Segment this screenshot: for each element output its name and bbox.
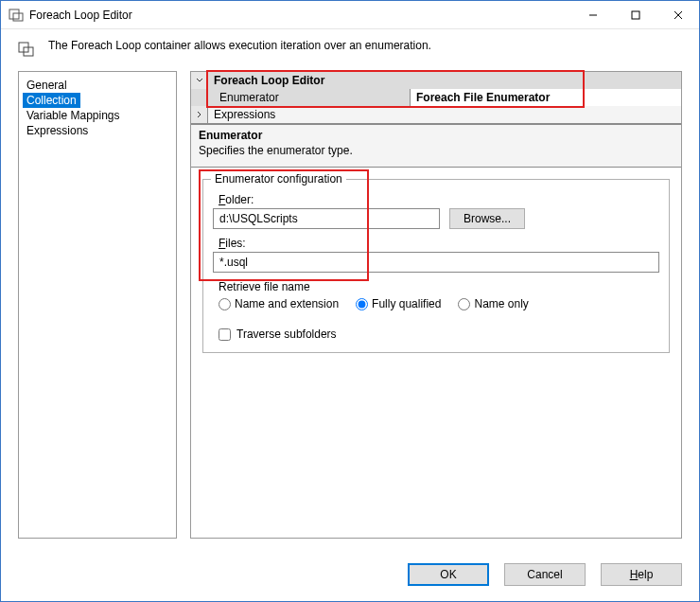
browse-button[interactable]: Browse... bbox=[449, 208, 525, 229]
grid-label-expressions: Expressions bbox=[208, 106, 681, 123]
folder-input[interactable] bbox=[213, 208, 440, 229]
radio-fully-qualified[interactable]: Fully qualified bbox=[356, 297, 441, 310]
svg-rect-3 bbox=[632, 11, 639, 19]
folder-label: Folder: bbox=[219, 193, 659, 206]
svg-rect-1 bbox=[13, 13, 23, 21]
minimize-button[interactable] bbox=[571, 1, 614, 28]
fieldset-legend: Enumerator configuration bbox=[211, 172, 346, 186]
loop-editor-icon bbox=[9, 8, 24, 23]
nav-item-variable-mappings[interactable]: Variable Mappings bbox=[23, 108, 172, 123]
dialog-body: General Collection Variable Mappings Exp… bbox=[1, 71, 699, 548]
close-button[interactable] bbox=[656, 1, 699, 28]
collapse-toggle-icon[interactable] bbox=[191, 72, 208, 89]
dialog-window: Foreach Loop Editor The Foreach Loop con… bbox=[0, 0, 700, 602]
titlebar-title: Foreach Loop Editor bbox=[29, 9, 571, 22]
maximize-button[interactable] bbox=[614, 1, 656, 28]
property-grid: Foreach Loop Editor Enumerator Foreach F… bbox=[191, 72, 681, 124]
description-box: Enumerator Specifies the enumerator type… bbox=[191, 124, 681, 168]
nav-item-general[interactable]: General bbox=[23, 78, 172, 93]
expand-toggle-icon[interactable] bbox=[191, 106, 208, 123]
grid-gutter bbox=[191, 89, 208, 106]
cancel-button[interactable]: Cancel bbox=[504, 563, 586, 586]
grid-value-enumerator[interactable]: Foreach File Enumerator bbox=[411, 89, 681, 106]
files-label: Files: bbox=[219, 237, 659, 250]
grid-section-header: Foreach Loop Editor bbox=[191, 72, 681, 89]
titlebar-controls bbox=[571, 1, 699, 28]
header-description: The Foreach Loop container allows execut… bbox=[48, 39, 431, 52]
nav-item-expressions[interactable]: Expressions bbox=[23, 123, 172, 138]
content-pane: Foreach Loop Editor Enumerator Foreach F… bbox=[190, 71, 682, 539]
grid-section-title: Foreach Loop Editor bbox=[208, 72, 681, 89]
files-input[interactable] bbox=[213, 252, 659, 273]
nav-item-collection[interactable]: Collection bbox=[23, 93, 80, 108]
retrieve-radio-group: Name and extension Fully qualified Name … bbox=[219, 297, 659, 310]
svg-rect-0 bbox=[9, 9, 19, 19]
radio-name-only[interactable]: Name only bbox=[458, 297, 528, 310]
button-bar: OK Cancel Help bbox=[1, 548, 699, 601]
retrieve-label: Retrieve file name bbox=[219, 280, 659, 293]
config-area: Enumerator configuration Folder: Browse.… bbox=[191, 168, 681, 538]
grid-label-enumerator: Enumerator bbox=[208, 89, 411, 106]
radio-name-extension[interactable]: Name and extension bbox=[219, 297, 339, 310]
nav-pane: General Collection Variable Mappings Exp… bbox=[18, 71, 177, 539]
help-button[interactable]: Help bbox=[601, 563, 682, 586]
container-icon bbox=[18, 41, 35, 58]
description-text: Specifies the enumerator type. bbox=[199, 144, 674, 157]
grid-row-enumerator[interactable]: Enumerator Foreach File Enumerator bbox=[191, 89, 681, 106]
grid-row-expressions[interactable]: Expressions bbox=[191, 106, 681, 123]
description-title: Enumerator bbox=[199, 129, 674, 142]
enumerator-config-fieldset: Enumerator configuration Folder: Browse.… bbox=[202, 179, 670, 353]
ok-button[interactable]: OK bbox=[408, 563, 489, 586]
header-strip: The Foreach Loop container allows execut… bbox=[1, 29, 699, 71]
traverse-subfolders-checkbox[interactable]: Traverse subfolders bbox=[219, 328, 659, 341]
titlebar: Foreach Loop Editor bbox=[1, 1, 699, 29]
property-grid-wrap: Foreach Loop Editor Enumerator Foreach F… bbox=[191, 72, 681, 124]
